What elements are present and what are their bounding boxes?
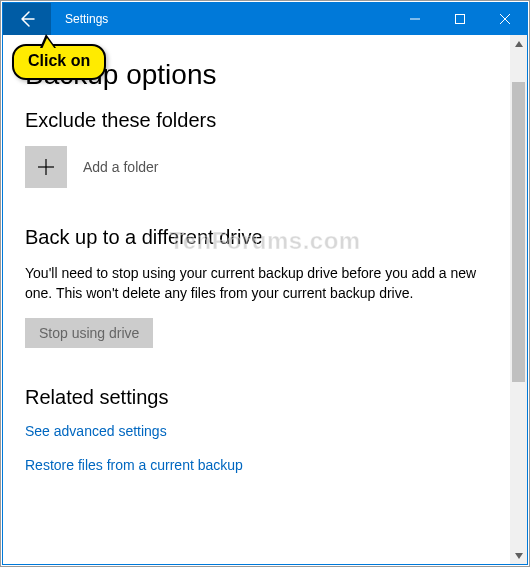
scrollbar-track[interactable] <box>510 52 527 547</box>
svg-rect-1 <box>455 15 464 24</box>
maximize-icon <box>455 14 465 24</box>
close-button[interactable] <box>482 3 527 35</box>
backup-drive-heading: Back up to a different drive <box>25 226 488 249</box>
scroll-up-arrow-icon[interactable] <box>510 35 527 52</box>
window-title: Settings <box>51 3 392 35</box>
maximize-button[interactable] <box>437 3 482 35</box>
add-folder-label: Add a folder <box>83 159 159 175</box>
vertical-scrollbar[interactable] <box>510 35 527 564</box>
annotation-callout: Click on <box>12 44 106 80</box>
content-area: Backup options Exclude these folders Add… <box>3 35 510 564</box>
plus-tile <box>25 146 67 188</box>
backup-drive-body: You'll need to stop using your current b… <box>25 263 485 304</box>
related-heading: Related settings <box>25 386 488 409</box>
close-icon <box>500 14 510 24</box>
add-folder-button[interactable]: Add a folder <box>25 146 488 188</box>
arrow-left-icon <box>17 9 37 29</box>
stop-using-drive-button[interactable]: Stop using drive <box>25 318 153 348</box>
scrollbar-thumb[interactable] <box>512 82 525 382</box>
exclude-heading: Exclude these folders <box>25 109 488 132</box>
plus-icon <box>36 157 56 177</box>
minimize-button[interactable] <box>392 3 437 35</box>
window-controls <box>392 3 527 35</box>
back-button[interactable] <box>3 3 51 35</box>
scroll-down-arrow-icon[interactable] <box>510 547 527 564</box>
link-restore-files[interactable]: Restore files from a current backup <box>25 457 488 473</box>
minimize-icon <box>410 14 420 24</box>
titlebar: Settings <box>3 3 527 35</box>
link-advanced-settings[interactable]: See advanced settings <box>25 423 488 439</box>
settings-window: Settings Backup options Exclude these fo… <box>2 2 528 565</box>
